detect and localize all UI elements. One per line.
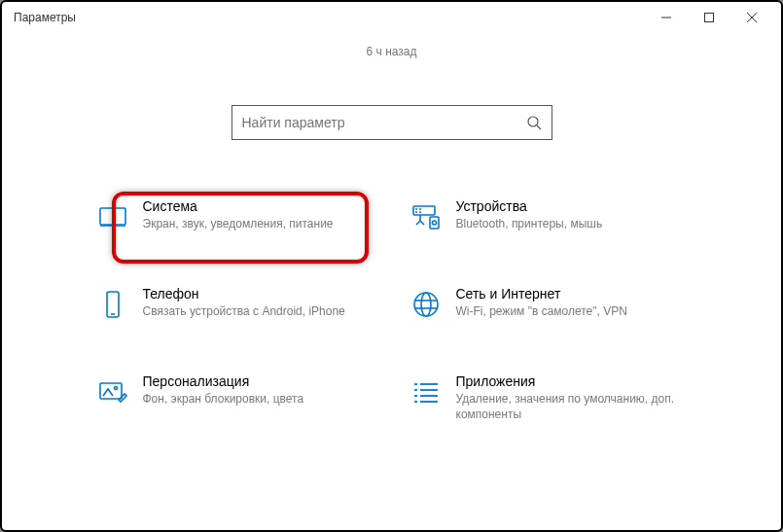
subtitle-text: 6 ч назад (2, 45, 781, 58)
search-box[interactable] (231, 105, 552, 140)
search-input[interactable] (242, 115, 526, 130)
tile-title: Сеть и Интернет (456, 286, 684, 301)
svg-point-4 (528, 117, 538, 126)
tile-title: Система (143, 198, 371, 214)
tile-desc: Удаление, значения по умолчанию, доп. ко… (456, 391, 684, 422)
tile-title: Устройства (456, 198, 684, 214)
phone-icon (96, 288, 129, 321)
personalization-icon (96, 375, 129, 408)
tile-desc: Wi-Fi, режим "в самолете", VPN (456, 303, 684, 319)
maximize-button[interactable] (688, 4, 730, 31)
search-icon (526, 115, 542, 130)
tile-apps[interactable]: Приложения Удаление, значения по умолчан… (404, 368, 694, 428)
svg-rect-21 (100, 383, 122, 399)
tile-title: Телефон (143, 286, 371, 301)
svg-point-18 (421, 293, 431, 316)
svg-point-22 (114, 387, 117, 390)
system-icon (96, 200, 129, 233)
close-button[interactable] (730, 4, 773, 31)
svg-rect-13 (430, 217, 439, 229)
tile-system[interactable]: Система Экран, звук, уведомления, питани… (90, 193, 380, 239)
window-title: Параметры (10, 11, 76, 24)
tile-desc: Экран, звук, уведомления, питание (143, 216, 371, 231)
devices-icon (409, 200, 443, 233)
titlebar: Параметры (2, 2, 781, 33)
network-icon (409, 288, 443, 321)
tile-personalization[interactable]: Персонализация Фон, экран блокировки, цв… (90, 368, 380, 428)
settings-grid: Система Экран, звук, уведомления, питани… (90, 193, 694, 428)
apps-icon (409, 375, 443, 408)
tile-title: Персонализация (143, 373, 371, 389)
tile-desc: Bluetooth, принтеры, мышь (456, 216, 684, 231)
tile-phone[interactable]: Телефон Связать устройства с Android, iP… (90, 280, 380, 327)
svg-rect-8 (413, 206, 435, 215)
tile-network[interactable]: Сеть и Интернет Wi-Fi, режим "в самолете… (404, 280, 694, 327)
tile-desc: Фон, экран блокировки, цвета (143, 391, 371, 407)
svg-point-17 (414, 293, 438, 316)
tile-desc: Связать устройства с Android, iPhone (143, 303, 371, 319)
svg-rect-15 (107, 292, 119, 317)
tile-title: Приложения (456, 373, 684, 389)
svg-line-5 (537, 125, 541, 129)
svg-point-14 (432, 221, 436, 225)
tile-devices[interactable]: Устройства Bluetooth, принтеры, мышь (404, 193, 694, 239)
svg-rect-6 (100, 208, 125, 225)
svg-rect-1 (705, 14, 714, 22)
minimize-button[interactable] (645, 4, 688, 31)
